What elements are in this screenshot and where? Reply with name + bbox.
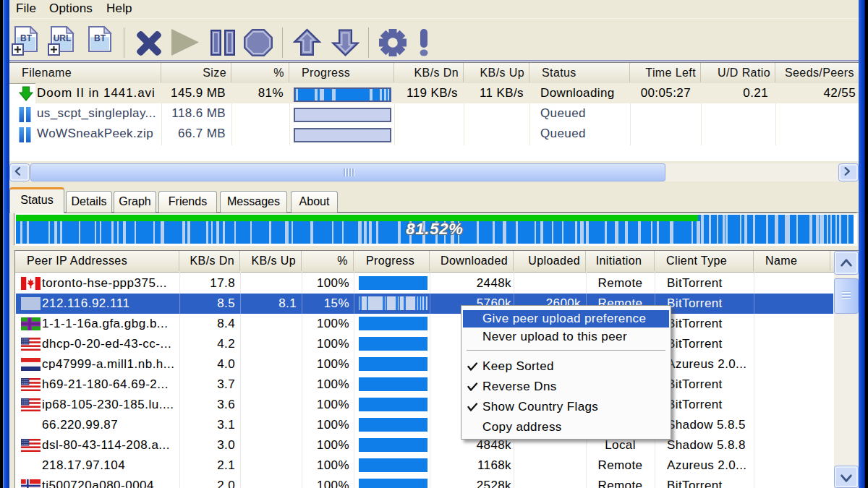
svg-text:BT: BT [20,33,33,43]
svg-text:URL: URL [54,33,72,43]
svg-text:BT: BT [94,33,106,43]
